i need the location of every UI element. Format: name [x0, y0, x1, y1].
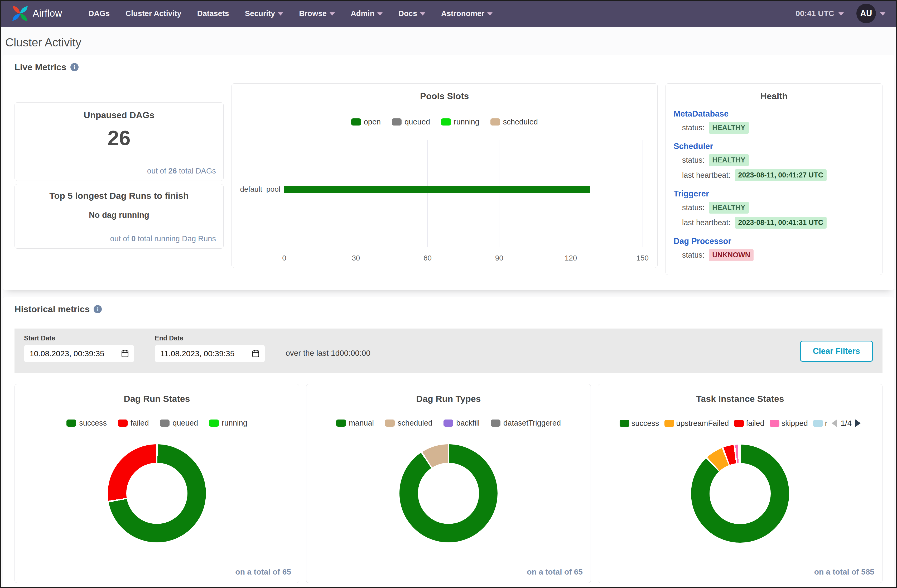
info-icon[interactable]: i: [70, 63, 78, 71]
nav-item-label: Astronomer: [441, 9, 484, 18]
legend-label: failed: [746, 419, 764, 428]
legend-swatch: [444, 420, 453, 427]
bar-plot-area: 0306090120150: [284, 140, 643, 247]
donut-hole: [710, 463, 771, 524]
health-row: status:UNKNOWN: [674, 249, 874, 261]
range-text: over the last 1d00:00:00: [286, 349, 370, 358]
brand-name: Airflow: [33, 8, 62, 19]
task-instance-states-donut[interactable]: [691, 444, 789, 543]
legend-item-success[interactable]: success: [620, 419, 659, 428]
dag-run-types-legend: manualscheduledbackfilldatasetTriggered: [336, 419, 561, 427]
legend-swatch: [490, 118, 500, 126]
health-component-metadatabase[interactable]: MetaDatabase: [674, 109, 874, 119]
gridline: [499, 140, 499, 247]
utc-clock[interactable]: 00:41 UTC: [796, 9, 834, 18]
footer-text: out of: [147, 167, 166, 175]
user-avatar[interactable]: AU: [856, 4, 876, 23]
nav-item-label: Datasets: [197, 9, 229, 18]
pools-bar-chart[interactable]: default_pool 0306090120150: [239, 140, 643, 247]
dag-run-states-legend: successfailedqueuedrunning: [66, 419, 247, 427]
x-axis-tick: 120: [565, 254, 577, 262]
task-instance-states-title: Task Instance States: [696, 394, 784, 404]
unpaused-dags-footer: out of 26 total DAGs: [15, 167, 223, 181]
health-component-scheduler[interactable]: Scheduler: [674, 142, 874, 151]
legend-item-queued[interactable]: queued: [392, 118, 430, 126]
legend-swatch: [118, 420, 128, 427]
start-date-value: 10.08.2023, 00:39:35: [29, 349, 104, 358]
nav-item-dags[interactable]: DAGs: [81, 0, 118, 27]
status-badge: HEALTHY: [709, 202, 749, 214]
nav-item-admin[interactable]: Admin: [343, 0, 390, 27]
chevron-down-icon: [278, 12, 283, 15]
nav-item-astronomer[interactable]: Astronomer: [433, 0, 501, 27]
gridline: [356, 140, 356, 247]
nav-item-datasets[interactable]: Datasets: [189, 0, 237, 27]
nav-item-security[interactable]: Security: [237, 0, 291, 27]
dag-run-states-total: on a total of 65: [235, 567, 291, 576]
dag-run-types-donut[interactable]: [400, 444, 497, 542]
nav-item-docs[interactable]: Docs: [390, 0, 433, 27]
health-component-triggerer[interactable]: Triggerer: [674, 189, 874, 199]
start-date-label: Start Date: [24, 334, 134, 342]
status-badge: UNKNOWN: [709, 249, 753, 261]
donut-hole: [418, 463, 479, 524]
unpaused-dags-card: Unpaused DAGs 26 out of 26 total DAGs: [14, 102, 223, 181]
nav-item-label: Cluster Activity: [126, 9, 181, 18]
legend-item-r[interactable]: r: [813, 419, 828, 428]
end-date-value: 11.08.2023, 00:39:35: [160, 349, 234, 358]
info-icon[interactable]: i: [93, 305, 102, 313]
nav-item-label: Browse: [299, 9, 327, 18]
health-row: status:HEALTHY: [674, 122, 874, 134]
brand[interactable]: Airflow: [12, 5, 62, 22]
bar-open[interactable]: [284, 186, 590, 193]
legend-swatch: [66, 420, 76, 427]
chevron-down-icon: [487, 12, 493, 15]
footer-text: total DAGs: [179, 167, 216, 175]
legend-label: running: [454, 118, 479, 126]
navbar-right: 00:41 UTC AU: [796, 4, 885, 23]
start-date-input[interactable]: 10.08.2023, 00:39:35: [24, 345, 134, 362]
legend-item-failed[interactable]: failed: [118, 419, 149, 427]
health-body: MetaDatabasestatus:HEALTHYSchedulerstatu…: [674, 109, 874, 261]
nav-item-label: Docs: [398, 9, 417, 18]
legend-item-open[interactable]: open: [351, 118, 381, 126]
legend-item-running[interactable]: running: [209, 419, 247, 427]
end-date-input[interactable]: 11.08.2023, 00:39:35: [155, 345, 265, 362]
legend-item-backfill[interactable]: backfill: [444, 419, 480, 427]
legend-item-running[interactable]: running: [441, 118, 479, 126]
page-title: Cluster Activity: [5, 36, 897, 49]
historical-metrics-panel: Historical metrics i Start Date 10.08.20…: [3, 297, 894, 588]
nav-item-browse[interactable]: Browse: [291, 0, 343, 27]
legend-item-scheduled[interactable]: scheduled: [385, 419, 432, 427]
legend-item-queued[interactable]: queued: [160, 419, 198, 427]
clear-filters-button[interactable]: Clear Filters: [800, 341, 873, 362]
dag-run-states-donut[interactable]: [108, 444, 206, 542]
legend-next-icon[interactable]: [855, 419, 860, 427]
nav-item-cluster-activity[interactable]: Cluster Activity: [118, 0, 189, 27]
no-dag-running-message: No dag running: [15, 210, 223, 220]
airflow-logo-icon: [12, 5, 29, 22]
dag-run-states-card: Dag Run States successfailedqueuedrunnin…: [14, 384, 299, 583]
legend-swatch: [813, 420, 823, 427]
legend-item-skipped[interactable]: skipped: [770, 419, 808, 428]
legend-page-indicator: 1/4: [840, 419, 852, 428]
top-dag-runs-footer: out of 0 total running Dag Runs: [15, 234, 223, 248]
x-axis-tick: 0: [282, 254, 286, 262]
live-metrics-heading-text: Live Metrics: [14, 62, 66, 72]
legend-label: upstreamFailed: [676, 419, 729, 428]
legend-item-success[interactable]: success: [66, 419, 107, 427]
bar-category-label: default_pool: [240, 185, 280, 193]
legend-item-manual[interactable]: manual: [336, 419, 374, 427]
legend-prev-icon[interactable]: [832, 419, 837, 427]
pools-legend: openqueuedrunningscheduled: [232, 118, 657, 126]
legend-item-upstreamfailed[interactable]: upstreamFailed: [664, 419, 729, 428]
legend-item-scheduled[interactable]: scheduled: [490, 118, 538, 126]
legend-swatch: [209, 420, 219, 427]
legend-item-datasettriggered[interactable]: datasetTriggered: [491, 419, 561, 427]
calendar-icon: [252, 350, 259, 358]
health-component-dag-processor[interactable]: Dag Processor: [674, 236, 874, 246]
legend-label: datasetTriggered: [504, 419, 561, 427]
footer-text: total running Dag Runs: [138, 234, 216, 243]
legend-item-failed[interactable]: failed: [734, 419, 764, 428]
health-row-label: status:: [682, 123, 704, 132]
